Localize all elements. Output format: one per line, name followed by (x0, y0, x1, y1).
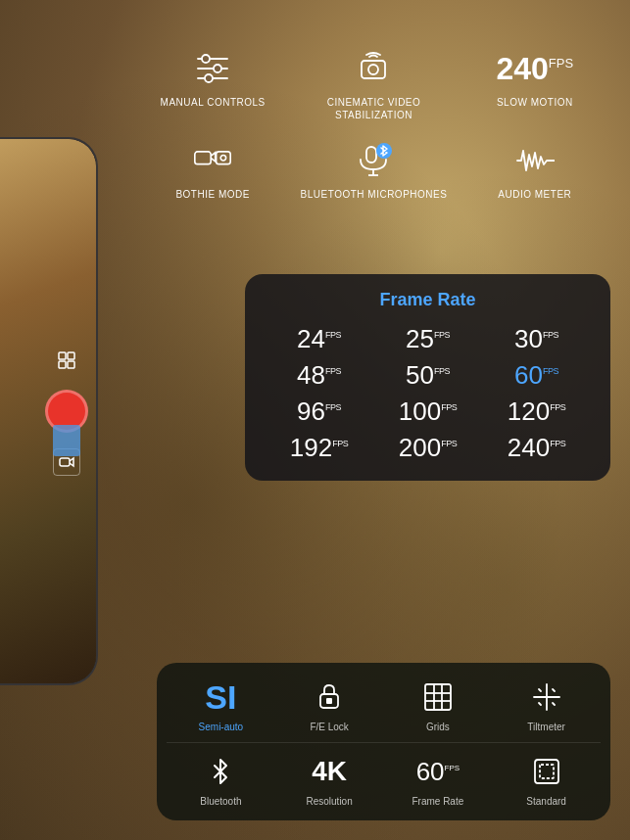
bothie-mode-label: BOTHIE MODE (175, 188, 250, 201)
fr-100-value: 100FPS (399, 397, 457, 427)
svg-rect-13 (195, 152, 211, 164)
feature-bothie[interactable]: BOTHIE MODE (137, 141, 288, 201)
grids-label: Grids (426, 722, 450, 732)
frame-rate-grid: 24FPS 25FPS 30FPS 48FPS 50FPS 60FPS 96FP… (265, 324, 591, 463)
resolution-value: 4K (312, 758, 347, 785)
bluetooth-label: Bluetooth (200, 796, 241, 807)
svg-line-32 (553, 703, 555, 705)
main-content: MANUAL CONTROLS CINEMATIC VIDEO STABILIZ… (0, 0, 630, 840)
fr-120-value: 120FPS (508, 397, 565, 427)
camera-stabilization-icon (349, 49, 398, 88)
svg-rect-0 (59, 352, 66, 359)
dual-camera-icon (188, 141, 237, 180)
frame-rate-value-icon: 60FPS (416, 753, 460, 790)
svg-rect-33 (535, 760, 558, 783)
waveform-icon (510, 141, 559, 180)
bluetooth-icon (205, 753, 236, 790)
fr-50-value: 50FPS (406, 360, 450, 391)
fr-25[interactable]: 25FPS (373, 324, 482, 354)
phone-mockup (0, 137, 98, 685)
fr-240[interactable]: 240FPS (482, 433, 591, 463)
resolution-4k-icon: 4K (312, 753, 347, 790)
phone-grid-button[interactable] (53, 347, 80, 374)
cinematic-label: CINEMATIC VIDEO STABILIZATION (298, 96, 449, 121)
svg-rect-21 (326, 698, 332, 704)
svg-point-8 (202, 55, 210, 63)
standard-label: Standard (526, 796, 566, 807)
svg-point-12 (368, 65, 378, 74)
fr-240-value: 240FPS (508, 433, 565, 463)
fr-192[interactable]: 192FPS (265, 433, 373, 463)
bluetooth-mic-label: BLUETOOTH MICROPHONES (301, 188, 448, 201)
phone-screen (0, 139, 96, 683)
svg-rect-2 (59, 361, 66, 368)
tiltmeter-label: Tiltmeter (527, 722, 565, 732)
svg-point-9 (214, 65, 221, 72)
phone-thumbnail[interactable] (53, 425, 80, 456)
fr-50[interactable]: 50FPS (373, 360, 482, 391)
fr-48[interactable]: 48FPS (265, 360, 373, 391)
slow-motion-label: SLOW MOTION (497, 96, 573, 109)
fr-96-value: 96FPS (297, 397, 341, 427)
ctrl-fe-lock[interactable]: F/E Lock (275, 678, 384, 732)
ctrl-si-mode[interactable]: SI Semi-auto (167, 678, 275, 732)
si-mode-label: Semi-auto (199, 722, 244, 732)
svg-line-30 (553, 689, 555, 691)
fr-200-value: 200FPS (399, 433, 457, 463)
fr-100[interactable]: 100FPS (373, 397, 482, 427)
svg-rect-14 (217, 152, 231, 164)
feature-audio-meter[interactable]: AUDIO METER (460, 141, 610, 201)
feature-slow-motion[interactable]: 240FPS SLOW MOTION (460, 49, 610, 121)
feature-bluetooth-mic[interactable]: BLUETOOTH MICROPHONES (298, 141, 449, 201)
audio-meter-label: AUDIO METER (498, 188, 571, 201)
fr-60-value: 60FPS (514, 360, 558, 391)
fr-96[interactable]: 96FPS (265, 397, 373, 427)
ctrl-grids[interactable]: Grids (384, 678, 493, 732)
tiltmeter-icon (531, 678, 562, 716)
svg-line-31 (539, 703, 541, 705)
svg-rect-1 (68, 352, 74, 359)
features-grid: MANUAL CONTROLS CINEMATIC VIDEO STABILIZ… (137, 49, 610, 201)
frame-rate-label: Frame Rate (412, 796, 463, 807)
manual-controls-label: MANUAL CONTROLS (161, 96, 266, 109)
fr-200[interactable]: 200FPS (373, 433, 482, 463)
svg-rect-34 (540, 765, 554, 778)
fps-240-text: 240FPS (510, 49, 559, 88)
bluetooth-mic-icon (349, 141, 398, 180)
fe-lock-label: F/E Lock (310, 722, 348, 732)
bottom-row-1: SI Semi-auto F/E Lock (167, 678, 601, 732)
svg-point-15 (220, 156, 225, 161)
frame-rate-title: Frame Rate (265, 290, 591, 310)
frame-rate-value: 60FPS (416, 757, 460, 787)
fr-30[interactable]: 30FPS (482, 324, 591, 354)
feature-cinematic[interactable]: CINEMATIC VIDEO STABILIZATION (298, 49, 449, 121)
fr-48-value: 48FPS (297, 360, 341, 391)
standard-icon (531, 753, 562, 790)
resolution-label: Resolution (306, 796, 352, 807)
svg-line-29 (539, 689, 541, 691)
sliders-icon (188, 49, 237, 88)
frame-rate-panel: Frame Rate 24FPS 25FPS 30FPS 48FPS 50FPS… (245, 274, 610, 481)
bottom-row-2: Bluetooth 4K Resolution 60FPS Frame Rate (167, 742, 601, 807)
si-label-text: SI (205, 680, 236, 714)
fr-24[interactable]: 24FPS (265, 324, 373, 354)
ctrl-frame-rate[interactable]: 60FPS Frame Rate (384, 753, 493, 807)
grids-icon (422, 678, 454, 716)
svg-rect-3 (68, 361, 74, 368)
fr-24-value: 24FPS (297, 324, 341, 354)
phone-controls (45, 347, 88, 476)
ctrl-bluetooth[interactable]: Bluetooth (167, 753, 275, 807)
svg-rect-11 (362, 61, 385, 78)
svg-point-10 (205, 74, 213, 82)
feature-manual-controls[interactable]: MANUAL CONTROLS (137, 49, 288, 121)
fr-192-value: 192FPS (290, 433, 348, 463)
fps-superscript: FPS (549, 56, 573, 70)
fr-30-value: 30FPS (514, 324, 558, 354)
ctrl-resolution[interactable]: 4K Resolution (275, 753, 384, 807)
fr-120[interactable]: 120FPS (482, 397, 591, 427)
ctrl-standard[interactable]: Standard (492, 753, 601, 807)
ctrl-tiltmeter[interactable]: Tiltmeter (492, 678, 601, 732)
fr-60[interactable]: 60FPS (482, 360, 591, 391)
fe-lock-icon (314, 678, 345, 716)
bottom-controls-panel: SI Semi-auto F/E Lock (157, 663, 610, 820)
